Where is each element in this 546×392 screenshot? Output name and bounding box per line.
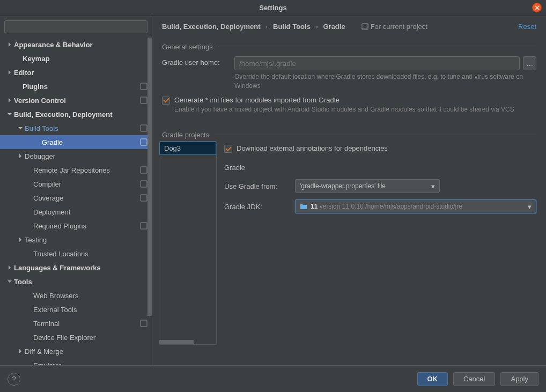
tree-item[interactable]: Gradle — [0, 135, 152, 149]
general-form: Gradle user home: … Override the default… — [152, 51, 546, 124]
user-home-row: Gradle user home: … Override the default… — [162, 56, 536, 91]
tree-item-label: Trusted Locations — [33, 250, 147, 258]
tree-item-label: Version Control — [14, 97, 140, 105]
chevron-down-icon: ▾ — [431, 182, 435, 190]
tree-item-label: Debugger — [25, 152, 147, 160]
download-annotations-label[interactable]: Download external annotations for depend… — [237, 144, 388, 152]
tree-item[interactable]: Tools — [0, 275, 152, 289]
user-home-input[interactable] — [234, 56, 520, 70]
button-bar: ? OK Cancel Apply — [0, 365, 546, 392]
tree-item-label: External Tools — [33, 306, 147, 314]
arrow-right-icon — [16, 238, 25, 242]
iml-label[interactable]: Generate *.iml files for modules importe… — [174, 96, 514, 104]
tree-item[interactable]: Compiler — [0, 177, 152, 191]
jdk-value: 11 version 11.0.10 /home/mjs/apps/androi… — [311, 203, 525, 210]
tree-item[interactable]: Coverage — [0, 191, 152, 205]
reset-link[interactable]: Reset — [518, 23, 536, 31]
sidebar: Appearance & BehaviorKeymapEditorPlugins… — [0, 16, 152, 365]
projects-hscrollbar[interactable] — [159, 340, 216, 344]
tree-item[interactable]: Keymap — [0, 51, 152, 65]
tree-item-label: Diff & Merge — [25, 347, 147, 356]
window-title: Settings — [259, 4, 286, 12]
use-from-combo[interactable]: 'gradle-wrapper.properties' file ▾ — [295, 179, 440, 193]
tree-item[interactable]: Required Plugins — [0, 219, 152, 233]
tree-item[interactable]: Build, Execution, Deployment — [0, 107, 152, 121]
for-current-project: For current project — [361, 23, 427, 31]
help-button[interactable]: ? — [8, 373, 20, 386]
breadcrumb-c3: Gradle — [323, 23, 345, 31]
tree-item-label: Build, Execution, Deployment — [14, 110, 147, 119]
project-scope-icon — [140, 194, 147, 202]
tree-item-label: Testing — [25, 236, 147, 244]
close-button[interactable] — [532, 3, 542, 12]
tree-item[interactable]: Diff & Merge — [0, 344, 152, 358]
cancel-button[interactable]: Cancel — [453, 372, 495, 386]
project-scope-icon — [140, 166, 147, 174]
breadcrumb-sep: › — [262, 23, 271, 31]
tree-item-label: Remote Jar Repositories — [33, 166, 140, 174]
projects-row: Dog3 Download external annotations for d… — [152, 139, 546, 345]
tree-item[interactable]: Languages & Frameworks — [0, 261, 152, 275]
ok-button[interactable]: OK — [417, 372, 448, 386]
tree-item[interactable]: Deployment — [0, 205, 152, 219]
iml-row: Generate *.iml files for modules importe… — [162, 96, 536, 114]
tree-item[interactable]: Remote Jar Repositories — [0, 163, 152, 177]
arrow-right-icon — [5, 70, 14, 75]
tree-item[interactable]: Web Browsers — [0, 289, 152, 302]
content: Build, Execution, Deployment › Build Too… — [152, 16, 546, 365]
jdk-combo[interactable]: 11 version 11.0.10 /home/mjs/apps/androi… — [295, 199, 536, 213]
general-section-title: General settings — [152, 36, 546, 51]
tree-item[interactable]: Debugger — [0, 149, 152, 163]
project-scope-icon — [140, 180, 147, 188]
tree-item-label: Keymap — [23, 55, 147, 63]
project-scope-icon — [140, 97, 147, 104]
arrow-down-icon — [5, 279, 14, 284]
breadcrumb-c2[interactable]: Build Tools — [273, 23, 311, 31]
project-scope-icon — [140, 222, 147, 230]
arrow-right-icon — [16, 154, 25, 158]
iml-checkbox[interactable] — [162, 97, 170, 105]
project-item[interactable]: Dog3 — [159, 142, 216, 155]
general-title: General settings — [162, 43, 213, 51]
tree-item[interactable]: Emulator — [0, 358, 152, 365]
breadcrumb: Build, Execution, Deployment › Build Too… — [162, 23, 345, 31]
tree-item[interactable]: Trusted Locations — [0, 247, 152, 261]
project-scope-icon — [140, 124, 147, 132]
tree-item[interactable]: Testing — [0, 233, 152, 247]
tree-item[interactable]: Terminal — [0, 316, 152, 330]
search-input[interactable] — [4, 20, 147, 33]
project-scope-icon — [140, 83, 147, 90]
breadcrumb-row: Build, Execution, Deployment › Build Too… — [152, 16, 546, 36]
arrow-down-icon — [16, 126, 25, 130]
tree-item-label: Required Plugins — [33, 222, 140, 230]
tree-item-label: Deployment — [33, 208, 147, 216]
tree-item[interactable]: Appearance & Behavior — [0, 38, 152, 51]
settings-tree[interactable]: Appearance & BehaviorKeymapEditorPlugins… — [0, 35, 152, 365]
projects-list[interactable]: Dog3 — [159, 141, 217, 345]
breadcrumb-c1[interactable]: Build, Execution, Deployment — [162, 23, 260, 31]
project-scope-icon — [140, 138, 147, 146]
project-settings: Download external annotations for depend… — [224, 141, 536, 345]
tree-item[interactable]: Plugins — [0, 79, 152, 93]
sidebar-scrollbar[interactable] — [147, 38, 152, 365]
tree-item-label: Compiler — [33, 180, 140, 188]
tree-item[interactable]: Build Tools — [0, 121, 152, 135]
tree-item[interactable]: Editor — [0, 65, 152, 79]
tree-item[interactable]: Version Control — [0, 93, 152, 107]
tree-item-label: Coverage — [33, 194, 140, 202]
tree-item-label: Gradle — [42, 138, 140, 146]
projects-title: Gradle projects — [162, 131, 209, 139]
browse-button[interactable]: … — [523, 56, 536, 70]
folder-icon — [300, 203, 307, 210]
apply-button[interactable]: Apply — [500, 372, 538, 386]
tree-item[interactable]: Device File Explorer — [0, 330, 152, 344]
arrow-right-icon — [5, 265, 14, 270]
jdk-label: Gradle JDK: — [224, 203, 290, 211]
projects-section-title: Gradle projects — [152, 124, 546, 139]
tree-item-label: Appearance & Behavior — [14, 41, 147, 49]
arrow-right-icon — [5, 42, 14, 47]
tree-item[interactable]: External Tools — [0, 302, 152, 316]
tree-item-label: Emulator — [33, 361, 147, 366]
close-icon — [535, 5, 540, 10]
download-annotations-checkbox[interactable] — [224, 145, 232, 153]
